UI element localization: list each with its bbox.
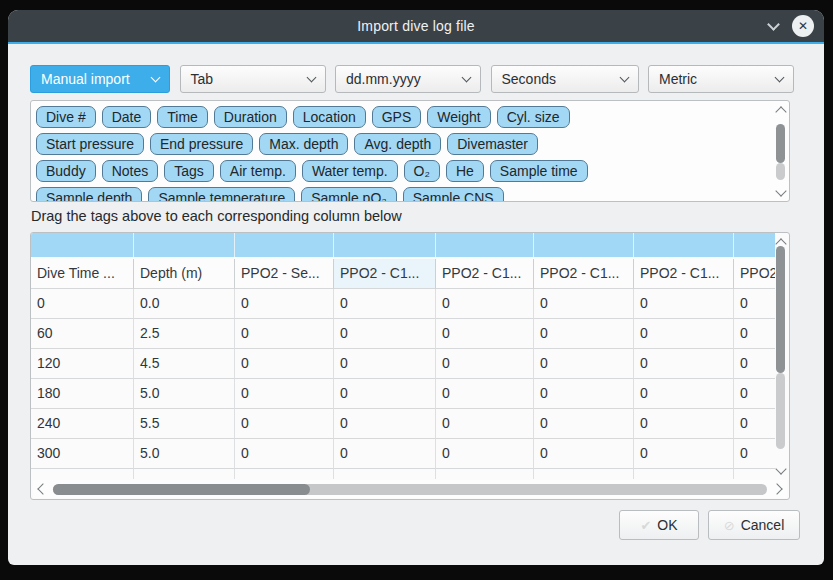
tag[interactable]: Air temp. (220, 160, 296, 182)
import-source-select[interactable]: Manual import (30, 65, 170, 93)
table-cell: 0 (734, 409, 775, 439)
table-cell: 0 (534, 439, 634, 469)
column-header[interactable]: PPO2 - C1... (436, 259, 534, 289)
column-drop-target[interactable] (734, 233, 775, 257)
tag[interactable]: Avg. depth (354, 133, 441, 155)
scrollbar-thumb[interactable] (53, 484, 310, 495)
titlebar[interactable]: Import dive log file ✕ (8, 10, 824, 42)
column-header[interactable]: PPO2 - C1... (334, 259, 436, 289)
table-cell: 0 (534, 289, 634, 319)
column-drop-target[interactable] (436, 233, 534, 257)
scrollbar-track[interactable] (776, 163, 785, 181)
tag[interactable]: Sample pO₂ (301, 187, 396, 201)
import-dive-log-dialog: Import dive log file ✕ Manual import Tab… (8, 10, 824, 565)
units-value: Metric (659, 71, 697, 87)
units-select[interactable]: Metric (648, 65, 794, 93)
tag[interactable]: Location (293, 106, 366, 128)
tag[interactable]: Notes (102, 160, 159, 182)
duration-format-value: Seconds (502, 71, 556, 87)
table-cell: 0 (734, 439, 775, 469)
column-drop-target[interactable] (134, 233, 235, 257)
close-button[interactable]: ✕ (792, 15, 814, 37)
table-cell: 0 (734, 379, 775, 409)
tag[interactable]: Start pressure (36, 133, 144, 155)
tag[interactable]: Sample CNS (403, 187, 504, 201)
tag[interactable]: Date (102, 106, 152, 128)
cancel-button[interactable]: ⊘ Cancel (708, 510, 800, 540)
table-horizontal-scrollbar[interactable] (33, 480, 787, 498)
duration-format-select[interactable]: Seconds (491, 65, 639, 93)
tag[interactable]: Tags (164, 160, 214, 182)
table-cell: 0 (436, 319, 534, 349)
tag[interactable]: O₂ (404, 160, 440, 182)
column-header[interactable]: Depth (m) (134, 259, 235, 289)
date-format-select[interactable]: dd.mm.yyyy (335, 65, 481, 93)
tag[interactable]: Weight (427, 106, 490, 128)
scroll-down-icon[interactable] (775, 185, 786, 196)
table-cell (436, 469, 534, 479)
column-header[interactable]: PPO2 - Se... (235, 259, 334, 289)
table-cell: 0 (436, 409, 534, 439)
dialog-buttons: ✔ OK ⊘ Cancel (619, 510, 800, 540)
column-header[interactable]: PPO2 - C1... (634, 259, 734, 289)
drop-target-row (31, 233, 775, 259)
tag[interactable]: Sample depth (36, 187, 142, 201)
column-drop-target[interactable] (534, 233, 634, 257)
tag[interactable]: Duration (214, 106, 287, 128)
table-vertical-scrollbar[interactable] (774, 234, 788, 478)
tag[interactable]: Sample temperature (148, 187, 295, 201)
table-row: 1805.0000000 (31, 379, 775, 409)
table-row: 1204.5000000 (31, 349, 775, 379)
table-cell: 240 (31, 409, 134, 439)
scrollbar-thumb[interactable] (776, 124, 785, 163)
column-header[interactable]: PPO2 - C1... (534, 259, 634, 289)
tag[interactable]: Time (157, 106, 208, 128)
tag[interactable]: Water temp. (302, 160, 398, 182)
tag[interactable]: End pressure (150, 133, 253, 155)
chevron-down-icon (775, 73, 785, 83)
scrollbar-track[interactable] (53, 484, 767, 495)
table-cell: 0 (634, 289, 734, 319)
table-cell: 0 (734, 289, 775, 319)
tag[interactable]: Sample time (490, 160, 588, 182)
column-drop-target[interactable] (31, 233, 134, 257)
chevron-down-icon[interactable] (767, 18, 780, 31)
scroll-up-icon[interactable] (775, 106, 786, 117)
scroll-right-icon[interactable] (771, 483, 782, 494)
table-cell: 0 (436, 349, 534, 379)
column-drop-target[interactable] (235, 233, 334, 257)
titlebar-accent-line (8, 42, 824, 44)
table-cell: 0 (634, 409, 734, 439)
table-header-row: Dive Time ...Depth (m)PPO2 - Se...PPO2 -… (31, 259, 775, 289)
tag[interactable]: Buddy (36, 160, 96, 182)
table-cell: 0 (634, 379, 734, 409)
ok-button[interactable]: ✔ OK (619, 510, 699, 540)
table-cell: 2.5 (134, 319, 235, 349)
scrollbar-thumb[interactable] (776, 246, 785, 373)
table-cell (134, 469, 235, 479)
tag[interactable]: Divemaster (447, 133, 538, 155)
tag[interactable]: Dive # (36, 106, 96, 128)
tag-pool-vertical-scrollbar[interactable] (774, 102, 788, 200)
tag[interactable]: GPS (372, 106, 422, 128)
table-cell: 0 (334, 289, 436, 319)
column-drop-target[interactable] (634, 233, 734, 257)
tag[interactable]: He (446, 160, 484, 182)
scroll-down-icon[interactable] (775, 463, 786, 474)
column-header[interactable]: PPO2 - C1... (734, 259, 775, 289)
scroll-left-icon[interactable] (37, 483, 48, 494)
field-separator-select[interactable]: Tab (180, 65, 326, 93)
chevron-down-icon (306, 73, 316, 83)
table-cell: 4.5 (134, 349, 235, 379)
tag[interactable]: Max. depth (259, 133, 348, 155)
tag[interactable]: Cyl. size (497, 106, 570, 128)
date-format-value: dd.mm.yyyy (346, 71, 421, 87)
column-header[interactable]: Dive Time ... (31, 259, 134, 289)
table-cell: 5.5 (134, 409, 235, 439)
column-drop-target[interactable] (334, 233, 436, 257)
scrollbar-track[interactable] (776, 373, 785, 449)
field-separator-value: Tab (191, 71, 214, 87)
table-cell: 0 (534, 379, 634, 409)
import-source-value: Manual import (41, 71, 130, 87)
table-cell: 0 (334, 379, 436, 409)
